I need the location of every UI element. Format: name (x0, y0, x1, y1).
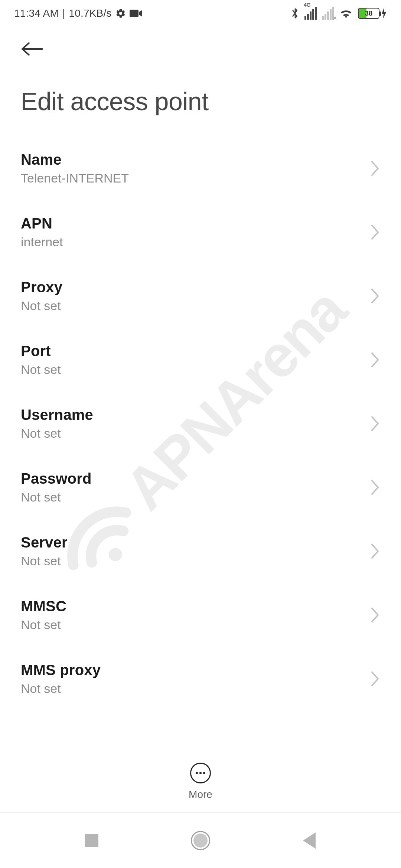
row-label: Server (21, 534, 361, 551)
bluetooth-icon (291, 7, 299, 20)
row-label: Port (21, 343, 361, 359)
more-label: More (189, 789, 212, 800)
triangle-left-icon (303, 832, 316, 849)
chevron-right-icon (370, 288, 380, 304)
more-horizontal-icon (190, 763, 211, 783)
chevron-right-icon (370, 415, 380, 432)
wifi-icon (339, 8, 353, 19)
row-label: MMS proxy (21, 662, 361, 678)
row-proxy[interactable]: Proxy Not set (0, 264, 401, 328)
circle-icon (191, 831, 210, 850)
system-nav-bar (0, 812, 401, 868)
status-separator: | (62, 7, 65, 19)
nav-back-button[interactable] (298, 829, 320, 852)
chevron-right-icon (370, 224, 380, 240)
status-bar: 11:34 AM | 10.7KB/s 4G (0, 0, 401, 27)
row-label: Password (21, 470, 361, 487)
nav-home-button[interactable] (189, 829, 212, 852)
network-badge: 4G (304, 2, 311, 8)
gear-icon (115, 8, 126, 19)
bottom-action-bar: More (0, 742, 401, 812)
status-data-rate: 10.7KB/s (69, 7, 111, 19)
row-apn[interactable]: APN internet (0, 200, 401, 264)
row-mms-proxy[interactable]: MMS proxy Not set (0, 647, 401, 711)
chevron-right-icon (370, 479, 380, 496)
row-password[interactable]: Password Not set (0, 456, 401, 519)
battery-indicator: 38 (358, 8, 387, 19)
nav-recents-button[interactable] (81, 829, 103, 852)
row-label: Username (21, 407, 361, 423)
row-value: Not set (21, 362, 361, 377)
settings-list: Name Telenet-INTERNET APN internet Proxy… (0, 137, 401, 711)
square-icon (85, 834, 98, 847)
more-button[interactable]: More (189, 763, 212, 800)
row-value: Not set (21, 554, 361, 568)
row-value: Not set (21, 490, 361, 504)
chevron-right-icon (370, 607, 380, 623)
row-value: Telenet-INTERNET (21, 171, 361, 185)
row-value: Not set (21, 681, 361, 696)
row-server[interactable]: Server Not set (0, 519, 401, 583)
row-value: Not set (21, 299, 361, 313)
signal-disabled-icon: ✕ (322, 7, 334, 20)
row-value: internet (21, 235, 361, 249)
chevron-right-icon (370, 160, 380, 177)
chevron-right-icon (370, 352, 380, 368)
battery-percent: 38 (359, 10, 379, 17)
back-button[interactable] (21, 37, 48, 61)
row-label: APN (21, 215, 361, 232)
camera-icon (130, 9, 142, 18)
arrow-left-icon (21, 42, 44, 56)
chevron-right-icon (370, 671, 380, 687)
row-label: Proxy (21, 279, 361, 296)
charging-bolt-icon (381, 8, 387, 19)
row-label: Name (21, 151, 361, 168)
signal-4g-icon: 4G (304, 7, 317, 20)
row-username[interactable]: Username Not set (0, 392, 401, 456)
row-name[interactable]: Name Telenet-INTERNET (0, 137, 401, 200)
row-port[interactable]: Port Not set (0, 328, 401, 392)
status-time: 11:34 AM (14, 7, 59, 19)
row-value: Not set (21, 618, 361, 632)
row-label: MMSC (21, 598, 361, 615)
svg-rect-1 (130, 10, 138, 17)
row-mmsc[interactable]: MMSC Not set (0, 583, 401, 647)
chevron-right-icon (370, 543, 380, 559)
row-value: Not set (21, 426, 361, 441)
page-title: Edit access point (0, 61, 401, 137)
